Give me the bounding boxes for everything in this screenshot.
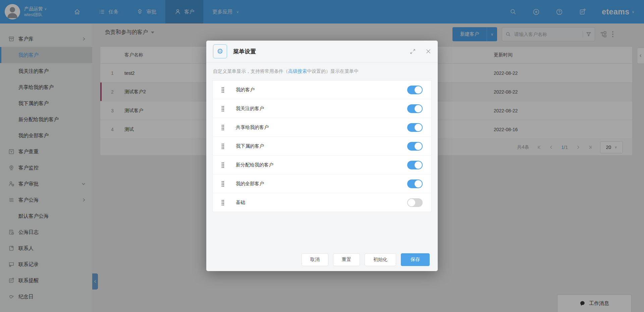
menu-item-label: 我下属的客户 (236, 143, 264, 149)
menu-settings-modal: ⚙ 菜单设置 自定义菜单显示，支持将常用条件（高级搜索中设置的）显示在菜单中 (206, 41, 438, 271)
modal-footer: 取消 重置 初始化 保存 (302, 253, 430, 266)
menu-item-label: 基础 (236, 200, 245, 206)
modal-body: 自定义菜单显示，支持将常用条件（高级搜索中设置的）显示在菜单中 我的客户 我关注… (206, 68, 438, 212)
modal-header: ⚙ 菜单设置 (206, 41, 438, 62)
toggle-switch[interactable] (407, 142, 423, 151)
cancel-button[interactable]: 取消 (302, 253, 328, 266)
menu-items-panel: 我的客户 我关注的客户 共享给我的客户 我下属的客户 新分配给我的客户 (212, 80, 432, 212)
menu-item-row: 我下属的客户 (213, 137, 431, 156)
drag-handle-icon[interactable] (221, 200, 224, 206)
menu-item-row: 我的全部客户 (213, 174, 431, 193)
toggle-switch[interactable] (407, 123, 423, 132)
save-button[interactable]: 保存 (401, 253, 430, 266)
modal-title: 菜单设置 (233, 48, 256, 55)
toggle-switch[interactable] (407, 179, 423, 188)
drag-handle-icon[interactable] (221, 162, 224, 168)
toggle-switch[interactable] (407, 198, 423, 207)
menu-item-label: 共享给我的客户 (236, 124, 269, 131)
toggle-switch[interactable] (407, 104, 423, 113)
menu-item-row: 新分配给我的客户 (213, 156, 431, 174)
advanced-search-link[interactable]: 高级搜索 (288, 68, 307, 74)
drag-handle-icon[interactable] (221, 181, 224, 187)
drag-handle-icon[interactable] (221, 106, 224, 112)
reset-button[interactable]: 重置 (333, 253, 360, 266)
toggle-switch[interactable] (407, 86, 423, 94)
drag-handle-icon[interactable] (221, 124, 224, 131)
modal-description: 自定义菜单显示，支持将常用条件（高级搜索中设置的）显示在菜单中 (213, 68, 431, 74)
close-icon[interactable] (426, 49, 431, 54)
menu-item-row: 我关注的客户 (213, 99, 431, 118)
gear-icon: ⚙ (213, 44, 227, 58)
toggle-switch[interactable] (407, 161, 423, 169)
menu-item-label: 新分配给我的客户 (236, 162, 273, 168)
menu-item-row: 我的客户 (213, 81, 431, 99)
menu-item-row: 共享给我的客户 (213, 118, 431, 137)
menu-item-label: 我关注的客户 (236, 106, 264, 112)
menu-item-row: 基础 (213, 193, 431, 212)
drag-handle-icon[interactable] (221, 143, 224, 149)
initialize-button[interactable]: 初始化 (365, 253, 396, 266)
menu-item-label: 我的全部客户 (236, 181, 264, 187)
menu-item-label: 我的客户 (236, 87, 255, 93)
drag-handle-icon[interactable] (221, 87, 224, 93)
expand-icon[interactable] (410, 49, 416, 54)
